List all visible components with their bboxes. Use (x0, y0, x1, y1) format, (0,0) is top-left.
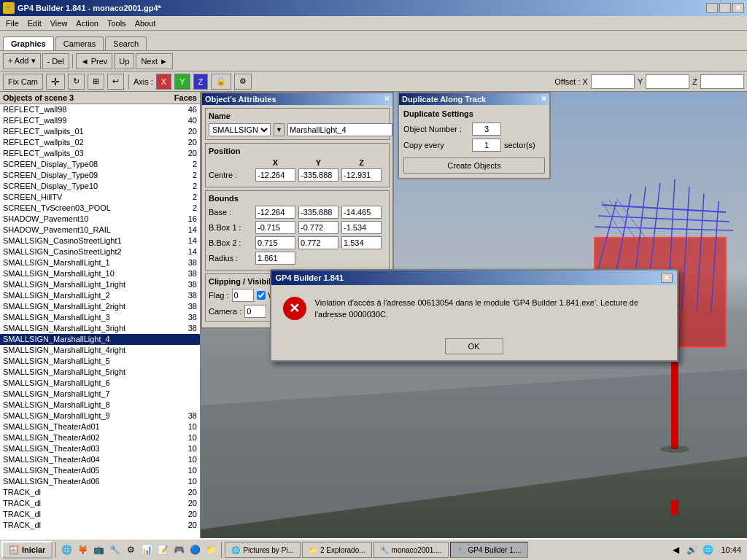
list-item[interactable]: SMALLSIGN_MarshallLight_8 (0, 400, 200, 411)
close-button[interactable]: ✕ (732, 3, 744, 13)
list-item[interactable]: SMALLSIGN_MarshallLight_5right (0, 367, 200, 378)
left-panel: Objects of scene 3 Faces REFLECT_wall984… (0, 92, 201, 538)
start-button[interactable]: 🪟 Iniciar (1, 541, 53, 559)
list-item[interactable]: SHADOW_Pavement10_RAIL14 (0, 225, 200, 236)
rotate-button[interactable]: ↻ (68, 74, 85, 90)
grid-button[interactable]: ⊞ (88, 74, 104, 90)
tab-search[interactable]: Search (105, 36, 147, 50)
settings-button[interactable]: ⚙ (234, 74, 252, 90)
tray-icon-1[interactable]: ◀ (668, 542, 683, 557)
tab-cameras[interactable]: Cameras (55, 36, 104, 50)
list-item[interactable]: SMALLSIGN_TheaterAd0310 (0, 443, 200, 454)
taskbar-item-monaco-icon: 🔧 (380, 546, 389, 554)
dialog-title: GP4 Builder 1.841 (276, 273, 344, 282)
taskbar-item-monaco-label: monaco2001.... (392, 546, 442, 554)
list-item[interactable]: SMALLSIGN_MarshallLight_4right (0, 345, 200, 356)
app-icon-8[interactable]: 📁 (204, 542, 218, 557)
maximize-button[interactable]: □ (719, 3, 731, 13)
list-item[interactable]: TRACK_dl20 (0, 498, 200, 509)
axis-y-button[interactable]: Y (174, 74, 190, 90)
ok-button[interactable]: OK (445, 338, 503, 354)
list-item[interactable]: REFLECT_wallpits_0120 (0, 126, 200, 137)
list-item[interactable]: SCREEN_Display_Type082 (0, 159, 200, 170)
list-item[interactable]: SMALLSIGN_CasinoStreetLight114 (0, 236, 200, 246)
list-item[interactable]: SCREEN_Display_Type102 (0, 181, 200, 192)
list-item[interactable]: SMALLSIGN_TheaterAd0110 (0, 421, 200, 432)
app-icon-1[interactable]: 📺 (91, 542, 106, 557)
offset-x-input[interactable] (591, 74, 635, 89)
list-item[interactable]: SMALLSIGN_TheaterAd0210 (0, 432, 200, 443)
ie-icon[interactable]: 🌐 (59, 542, 74, 557)
list-item[interactable]: SMALLSIGN_MarshallLight_2right38 (0, 301, 200, 312)
minimize-button[interactable]: _ (706, 3, 718, 13)
menu-edit[interactable]: Edit (23, 18, 46, 29)
list-item[interactable]: REFLECT_wall9940 (0, 115, 200, 126)
taskbar-item-pictures[interactable]: 🌐 Pictures by Pi... (225, 542, 300, 558)
list-item[interactable]: SMALLSIGN_MarshallLight_338 (0, 312, 200, 323)
next-button[interactable]: Next ► (136, 53, 173, 69)
taskbar-item-gp4-label: GP4 Builder 1.... (468, 546, 522, 554)
del-button[interactable]: - Del (42, 53, 69, 69)
app-icon-4[interactable]: 📊 (139, 542, 154, 557)
list-item[interactable]: SCREEN_Display_Type092 (0, 170, 200, 181)
list-item[interactable]: SCREEN_HillTV2 (0, 192, 200, 203)
taskbar-item-explorer-icon: 📁 (309, 546, 317, 554)
list-item[interactable]: SMALLSIGN_MarshallLight_3right38 (0, 323, 200, 334)
menu-action[interactable]: Action (71, 18, 103, 29)
list-item[interactable]: REFLECT_wallpits_0320 (0, 148, 200, 159)
up-button[interactable]: Up (114, 53, 134, 69)
list-item[interactable]: SMALLSIGN_MarshallLight_138 (0, 257, 200, 268)
taskbar-item-gp4[interactable]: 🔧 GP4 Builder 1.... (450, 542, 528, 558)
list-item[interactable]: TRACK_dl20 (0, 487, 200, 498)
list-item[interactable]: TRACK_dl20 (0, 520, 200, 531)
tab-graphics[interactable]: Graphics (3, 36, 54, 50)
menu-view[interactable]: View (46, 18, 72, 29)
app-icon-5[interactable]: 📝 (155, 542, 170, 557)
list-item[interactable]: SCREEN_TvScreen03_POOL2 (0, 203, 200, 214)
fix-cam-button[interactable]: Fix Cam (3, 74, 43, 90)
tray-icon-3[interactable]: 🌐 (700, 542, 715, 557)
add-button[interactable]: + Add ▾ (3, 53, 41, 69)
app-icon-2[interactable]: 🔧 (107, 542, 122, 557)
list-item[interactable]: SHADOW_Pavement1016 (0, 214, 200, 225)
list-item[interactable]: SMALLSIGN_MarshallLight_1right38 (0, 279, 200, 290)
list-item[interactable]: SMALLSIGN_MarshallLight_7 (0, 389, 200, 400)
firefox-icon[interactable]: 🦊 (75, 542, 90, 557)
taskbar-item-explorer-label: 2 Explorado... (320, 546, 365, 554)
list-item[interactable]: SMALLSIGN_TheaterAd0410 (0, 454, 200, 465)
taskbar-sep-1 (55, 542, 56, 558)
prev-button[interactable]: ◄ Prev (76, 53, 113, 69)
list-item-selected[interactable]: SMALLSIGN_MarshallLight_4 (0, 334, 200, 345)
list-item[interactable]: SMALLSIGN_MarshallLight_238 (0, 290, 200, 301)
app-icon-6[interactable]: 🎮 (171, 542, 186, 557)
list-item[interactable]: SMALLSIGN_MarshallLight_1038 (0, 268, 200, 279)
menu-file[interactable]: File (1, 18, 23, 29)
taskbar-item-explorer[interactable]: 📁 2 Explorado... (302, 542, 372, 558)
offset-z-input[interactable] (700, 74, 744, 89)
app-icon-3[interactable]: ⚙ (123, 542, 138, 557)
move-icon[interactable]: ✛ (46, 74, 65, 90)
lock-button[interactable]: 🔒 (211, 74, 231, 90)
list-item[interactable]: SMALLSIGN_MarshallLight_6 (0, 378, 200, 389)
toolbar-separator-1 (72, 54, 73, 69)
list-item[interactable]: SMALLSIGN_MarshallLight_5 (0, 356, 200, 367)
list-item[interactable]: SMALLSIGN_TheaterAd0610 (0, 476, 200, 487)
taskbar-item-monaco[interactable]: 🔧 monaco2001.... (374, 542, 449, 558)
list-item[interactable]: SMALLSIGN_CasinoStreetLight214 (0, 246, 200, 257)
list-item[interactable]: SMALLSIGN_TheaterAd0510 (0, 465, 200, 476)
object-list[interactable]: REFLECT_wall9846 REFLECT_wall9940 REFLEC… (0, 104, 200, 538)
list-item[interactable]: REFLECT_wall9846 (0, 104, 200, 115)
tray-icon-2[interactable]: 🔊 (684, 542, 699, 557)
list-item[interactable]: TRACK_dl20 (0, 509, 200, 520)
menu-tools[interactable]: Tools (103, 18, 131, 29)
title-bar: 🔧 GP4 Builder 1.841 - monaco2001.gp4* _ … (0, 0, 747, 16)
undo-button[interactable]: ↩ (107, 74, 124, 90)
app-icon-7[interactable]: 🔵 (187, 542, 202, 557)
axis-z-button[interactable]: Z (193, 74, 209, 90)
axis-x-button[interactable]: X (156, 74, 171, 90)
list-item[interactable]: REFLECT_wallpits_0220 (0, 137, 200, 148)
dialog-close-button[interactable]: ✕ (661, 273, 673, 283)
menu-about[interactable]: About (131, 18, 160, 29)
list-item[interactable]: SMALLSIGN_MarshallLight_938 (0, 411, 200, 421)
offset-y-input[interactable] (646, 74, 689, 89)
